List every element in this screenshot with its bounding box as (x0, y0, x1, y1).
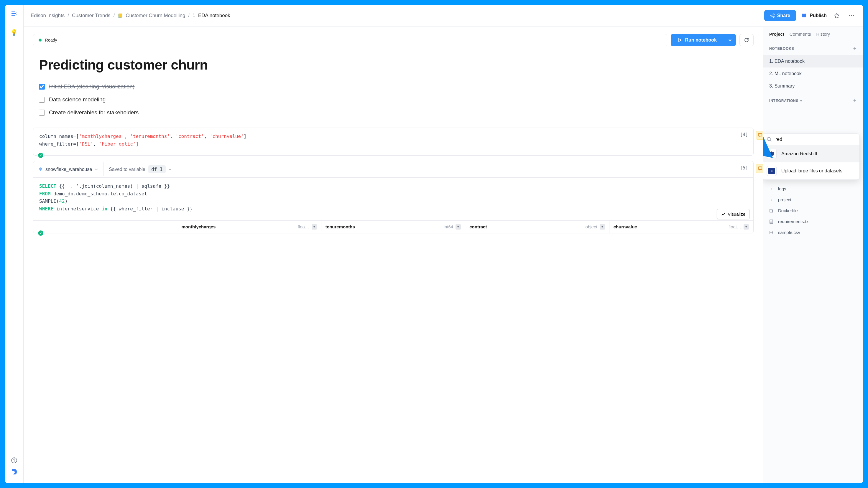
notebook-item[interactable]: 3. Summary (763, 80, 863, 92)
toggle-sidebar-button[interactable] (10, 10, 18, 17)
chevron-right-icon: › (769, 187, 775, 191)
breadcrumb-project[interactable]: Customer Churn Modelling (126, 13, 185, 19)
folder-item[interactable]: › logs (763, 183, 863, 194)
svg-point-7 (853, 15, 854, 16)
tab-history[interactable]: History (816, 32, 830, 36)
comment-icon (758, 166, 763, 171)
todo-text: Initial EDA (cleaning, visualization) (49, 84, 134, 90)
code-cell[interactable]: [4] column_names=['monthlycharges', 'ten… (33, 128, 753, 156)
cell-execution-count: [4] (740, 132, 748, 137)
play-icon (678, 38, 682, 42)
notebook-item[interactable]: 1. EDA notebook (763, 55, 863, 67)
notebook-title[interactable]: Predicting customer churn (39, 57, 748, 73)
svg-rect-13 (770, 231, 773, 234)
column-header[interactable]: churnvalue float… ▾ (610, 221, 753, 233)
integration-result-upload[interactable]: ≡ Upload large files or datasets (763, 162, 860, 180)
success-badge-icon: ✓ (37, 152, 44, 159)
integration-result-redshift[interactable]: Amazon Redshift (763, 145, 860, 162)
notebook-item[interactable]: 2. ML notebook (763, 67, 863, 80)
help-icon[interactable] (11, 457, 17, 463)
chevron-right-icon: › (769, 198, 775, 202)
file-item[interactable]: requirements.txt (763, 216, 863, 227)
csv-file-icon (769, 230, 775, 234)
comment-chip[interactable] (756, 164, 763, 173)
run-notebook-button[interactable]: Run notebook (671, 34, 724, 46)
breadcrumb-folder[interactable]: Customer Trends (72, 13, 110, 19)
column-dropdown-icon[interactable]: ▾ (744, 224, 749, 230)
visualize-button[interactable]: Visualize (717, 209, 750, 219)
breadcrumb-workspace[interactable]: Edison Insights (31, 13, 65, 19)
svg-point-10 (767, 137, 770, 140)
docker-file-icon (769, 209, 775, 213)
dataframe-header: Visualize monthlycharges floa… ▾ tenurem… (33, 220, 753, 233)
book-icon (801, 13, 807, 18)
breadcrumb-current[interactable]: 1. EDA notebook (192, 13, 230, 19)
file-item[interactable]: Dockerfile (763, 205, 863, 216)
column-header[interactable]: monthlycharges floa… ▾ (177, 221, 321, 233)
comment-chip[interactable] (756, 131, 763, 140)
deepnote-logo-icon[interactable] (11, 468, 18, 475)
svg-rect-11 (770, 209, 772, 212)
todo-item[interactable]: Create deliverables for stakeholders (39, 109, 748, 116)
workspace-logo: 💡 (10, 29, 18, 36)
notebooks-header: NOTEBOOKS (769, 46, 794, 51)
chevron-down-icon (168, 168, 172, 170)
add-integration-button[interactable]: ＋ (852, 98, 857, 104)
chevron-down-icon (728, 39, 732, 41)
publish-button[interactable]: Publish (801, 13, 827, 18)
file-icon: ≡ (768, 168, 775, 174)
refresh-button[interactable] (739, 34, 753, 46)
svg-point-4 (773, 16, 774, 18)
star-button[interactable] (832, 11, 841, 20)
todo-checkbox[interactable] (39, 84, 45, 90)
integration-search-popover: Amazon Redshift ≡ Upload large files or … (763, 133, 860, 180)
sql-source-selector[interactable]: ❄ snowflake_warehouse (33, 162, 103, 176)
todo-text: Data science modeling (49, 96, 105, 103)
snowflake-icon: ❄ (39, 166, 42, 172)
refresh-icon (744, 37, 749, 43)
kernel-status[interactable]: Ready (33, 34, 667, 46)
chevron-down-icon (95, 168, 98, 170)
sql-cell[interactable]: [5] ❄ snowflake_warehouse Saved to varia… (33, 161, 753, 233)
search-icon (767, 137, 772, 142)
column-dropdown-icon[interactable]: ▾ (600, 224, 605, 230)
run-dropdown-button[interactable] (724, 34, 736, 46)
svg-point-6 (851, 15, 852, 16)
chevron-down-icon[interactable]: ▾ (800, 99, 802, 103)
more-button[interactable] (847, 13, 856, 18)
status-label: Ready (45, 38, 57, 42)
add-notebook-button[interactable]: ＋ (852, 45, 857, 52)
svg-rect-9 (758, 167, 762, 169)
txt-file-icon (769, 220, 775, 224)
todo-checkbox[interactable] (39, 97, 45, 102)
breadcrumb: Edison Insights / Customer Trends / 📒 Cu… (31, 13, 759, 19)
integration-search-input[interactable] (775, 137, 855, 142)
tab-comments[interactable]: Comments (789, 32, 811, 36)
file-item[interactable]: sample.csv (763, 227, 863, 238)
column-header[interactable]: contract object ▾ (465, 221, 609, 233)
svg-rect-8 (758, 133, 762, 136)
redshift-icon (769, 151, 775, 157)
todo-item[interactable]: Data science modeling (39, 96, 748, 103)
column-dropdown-icon[interactable]: ▾ (456, 224, 461, 230)
svg-point-1 (14, 461, 14, 462)
comment-icon (758, 133, 763, 138)
folder-item[interactable]: › project (763, 194, 863, 205)
chart-icon (721, 212, 725, 216)
share-button[interactable]: Share (764, 10, 796, 21)
column-dropdown-icon[interactable]: ▾ (312, 224, 317, 230)
svg-point-2 (771, 15, 772, 16)
integrations-header: INTEGRATIONS (769, 99, 799, 103)
todo-checkbox[interactable] (39, 110, 45, 116)
todo-text: Create deliverables for stakeholders (49, 109, 138, 116)
svg-point-3 (773, 14, 774, 15)
share-icon (770, 13, 775, 18)
sql-variable-selector[interactable]: Saved to variable df_1 (103, 161, 177, 177)
svg-point-5 (849, 15, 850, 16)
tab-project[interactable]: Project (769, 32, 784, 36)
column-header[interactable]: tenuremonths int64 ▾ (321, 221, 465, 233)
cell-execution-count: [5] (740, 165, 748, 171)
status-dot-icon (39, 39, 41, 41)
todo-item[interactable]: Initial EDA (cleaning, visualization) (39, 84, 748, 90)
notebook-icon: 📒 (118, 13, 123, 18)
